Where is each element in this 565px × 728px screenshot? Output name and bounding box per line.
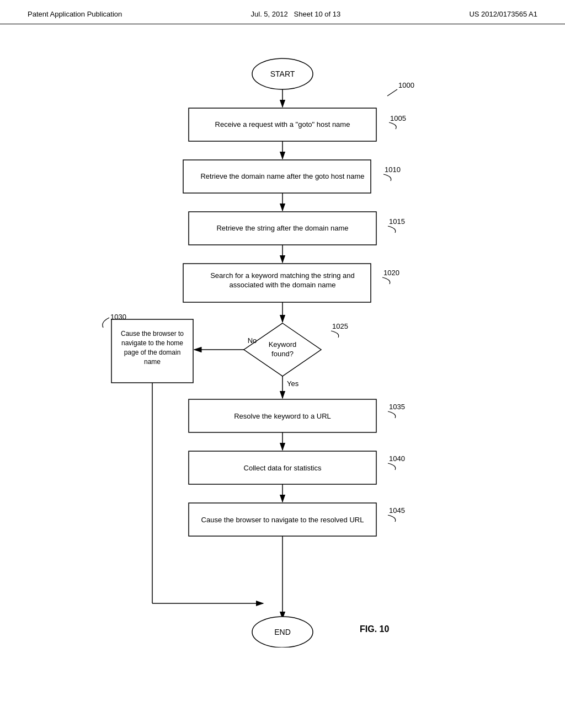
page: Patent Application Publication Jul. 5, 2… [0,0,565,728]
ref-1005: 1005 [390,114,406,122]
label-1010: Retrieve the domain name after the goto … [200,172,364,180]
ref-1020: 1020 [383,269,399,277]
ref-1040: 1040 [389,454,405,463]
label-1030-line3: page of the domain [124,349,181,356]
svg-line-1 [387,89,397,96]
flowchart: 1000 START Receive a request with a "got… [89,41,476,647]
header-right: US 2012/0173565 A1 [469,10,537,18]
label-1005: Receive a request with a "goto" host nam… [215,120,350,129]
label-1020-line2: associated with the domain name [230,281,336,289]
header-center: Jul. 5, 2012 Sheet 10 of 13 [251,10,341,18]
label-1025-line2: found? [271,350,294,358]
label-1040: Collect data for statistics [244,464,322,472]
yes-label: Yes [287,379,299,388]
label-1015: Retrieve the string after the domain nam… [216,224,348,232]
start-label: START [270,69,295,78]
label-1030-line2: navigate to the home [121,339,183,347]
header-left: Patent Application Publication [28,10,122,18]
label-1045: Cause the browser to navigate to the res… [201,516,364,524]
end-label: END [274,628,291,636]
label-1025-line1: Keyword [269,340,297,349]
ref-1045: 1045 [389,506,405,515]
ref-1015: 1015 [389,217,405,226]
ref-1010: 1010 [385,165,401,174]
label-1035: Resolve the keyword to a URL [234,412,331,420]
ref-1025: 1025 [332,322,348,330]
page-header: Patent Application Publication Jul. 5, 2… [0,0,565,24]
ref-1000: 1000 [398,81,414,89]
figure-label: FIG. 10 [360,624,389,634]
ref-1030: 1030 [110,313,126,321]
ref-1035: 1035 [389,403,405,411]
diagram-area: 1000 START Receive a request with a "got… [0,24,565,664]
label-1030-line1: Cause the browser to [121,330,184,338]
no-label: No [248,336,257,345]
label-1030-line4: name [144,358,161,366]
label-1020-line1: Search for a keyword matching the string… [210,271,355,280]
